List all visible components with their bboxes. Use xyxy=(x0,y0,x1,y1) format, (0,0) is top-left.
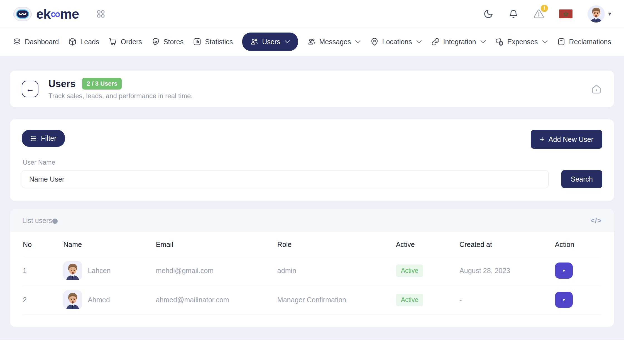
row-actions-dropdown-button[interactable]: ▾ xyxy=(555,292,573,308)
chevron-down-icon xyxy=(285,40,290,43)
caret-down-icon: ▾ xyxy=(563,268,565,274)
profile-chevron-down-icon: ▾ xyxy=(608,10,611,18)
bar-chart-icon xyxy=(193,38,201,46)
active-status-badge: Active xyxy=(396,264,424,277)
alert-count-badge: ! xyxy=(540,4,549,13)
nav-label: Users xyxy=(262,38,280,46)
coins-icon xyxy=(495,38,504,46)
caret-down-icon: ▾ xyxy=(563,297,565,303)
nav-label: Leads xyxy=(80,38,99,46)
row-no: 2 xyxy=(23,285,63,315)
card-minus-icon xyxy=(557,38,566,46)
nav-label: Expenses xyxy=(507,38,538,46)
people-icon xyxy=(307,38,316,46)
main-navigation: Dashboard Leads Orders Stores Statistics xyxy=(0,28,624,56)
layers-icon xyxy=(13,38,21,46)
nav-item-integration[interactable]: Integration xyxy=(431,38,486,46)
filter-button[interactable]: Filter xyxy=(22,130,65,147)
created-at: - xyxy=(459,285,555,315)
nav-label: Reclamations xyxy=(569,38,611,46)
map-pin-icon xyxy=(370,38,379,46)
users-table-card: List users </> No Name Email Role Active… xyxy=(10,209,614,327)
nav-label: Statistics xyxy=(205,38,233,46)
nav-item-orders[interactable]: Orders xyxy=(109,38,142,46)
back-button[interactable]: ← xyxy=(22,81,38,97)
page-header-card: ← Users 2 / 3 Users Track sales, leads, … xyxy=(10,71,614,107)
nav-label: Integration xyxy=(443,38,476,46)
page-content: ← Users 2 / 3 Users Track sales, leads, … xyxy=(0,56,624,340)
add-new-user-button[interactable]: + Add New User xyxy=(531,130,602,149)
add-new-user-label: Add New User xyxy=(549,135,593,143)
user-name-cell: Lahcen xyxy=(63,261,156,280)
nav-label: Locations xyxy=(382,38,412,46)
user-avatar xyxy=(63,290,82,309)
link-icon xyxy=(431,38,440,46)
language-flag-morocco[interactable] xyxy=(559,9,572,18)
users-count-badge: 2 / 3 Users xyxy=(82,78,122,90)
chevron-down-icon xyxy=(355,40,361,43)
nav-item-locations[interactable]: Locations xyxy=(370,38,422,46)
list-users-title: List users xyxy=(22,217,58,225)
cart-icon xyxy=(109,38,117,46)
status-dot xyxy=(52,219,58,224)
user-name: Ahmed xyxy=(88,296,110,304)
nav-item-statistics[interactable]: Statistics xyxy=(193,38,233,46)
user-role: admin xyxy=(277,256,396,285)
user-email: ahmed@mailinator.com xyxy=(156,285,277,315)
top-header-bar: ek∞me ! xyxy=(0,0,624,28)
table-row: 1 Lahcen mehdi@gmail.com admin Active xyxy=(23,256,601,285)
col-name: Name xyxy=(63,232,156,256)
store-icon xyxy=(151,38,160,46)
user-profile-menu[interactable]: ▾ xyxy=(588,5,611,23)
page-title: Users xyxy=(48,78,75,89)
user-role: Manager Confirmation xyxy=(277,285,396,315)
arrow-left-icon: ← xyxy=(26,84,34,94)
page-header-text: Users 2 / 3 Users Track sales, leads, an… xyxy=(48,78,193,100)
nav-label: Messages xyxy=(319,38,351,46)
col-active: Active xyxy=(396,232,459,256)
table-row: 2 Ahmed ahmed@mailinator.com Manager Con… xyxy=(23,285,601,315)
search-button[interactable]: Search xyxy=(561,170,602,188)
code-icon[interactable]: </> xyxy=(590,216,602,225)
list-users-header: List users </> xyxy=(10,209,614,232)
nav-item-messages[interactable]: Messages xyxy=(307,38,361,46)
plus-icon: + xyxy=(540,135,545,143)
user-name: Lahcen xyxy=(88,267,111,275)
nav-item-dashboard[interactable]: Dashboard xyxy=(13,38,59,46)
dark-mode-moon-icon[interactable] xyxy=(483,9,493,19)
col-created-at: Created at xyxy=(459,232,555,256)
user-email: mehdi@gmail.com xyxy=(156,256,277,285)
nav-item-reclamations[interactable]: Reclamations xyxy=(557,38,611,46)
row-actions-dropdown-button[interactable]: ▾ xyxy=(555,263,573,279)
user-avatar xyxy=(588,5,605,23)
users-icon xyxy=(250,38,258,46)
filter-button-label: Filter xyxy=(41,134,57,142)
nav-label: Dashboard xyxy=(25,38,59,46)
nav-item-users[interactable]: Users xyxy=(242,33,298,51)
table-header-row: No Name Email Role Active Created at Act… xyxy=(23,232,601,256)
nav-item-leads[interactable]: Leads xyxy=(68,38,99,46)
users-table: No Name Email Role Active Created at Act… xyxy=(23,232,601,315)
nav-item-expenses[interactable]: Expenses xyxy=(495,38,548,46)
apps-grid-icon[interactable] xyxy=(96,9,106,19)
notifications-bell-icon[interactable] xyxy=(508,9,518,19)
home-icon[interactable] xyxy=(591,83,602,95)
alerts-warning-icon[interactable]: ! xyxy=(534,9,544,19)
created-at: August 28, 2023 xyxy=(459,256,555,285)
page-subtitle: Track sales, leads, and performance in r… xyxy=(48,92,193,100)
chevron-down-icon xyxy=(480,40,486,43)
username-field-label: User Name xyxy=(23,159,602,166)
username-input[interactable] xyxy=(22,170,549,188)
user-avatar xyxy=(63,261,82,280)
nav-label: Stores xyxy=(163,38,183,46)
user-name-cell: Ahmed xyxy=(63,290,156,309)
col-no: No xyxy=(23,232,63,256)
col-email: Email xyxy=(156,232,277,256)
list-filter-icon xyxy=(30,135,37,142)
nav-label: Orders xyxy=(121,38,142,46)
nav-item-stores[interactable]: Stores xyxy=(151,38,183,46)
active-status-badge: Active xyxy=(396,294,424,306)
robot-logo-icon xyxy=(13,7,32,21)
filter-card: Filter + Add New User User Name Search xyxy=(10,119,614,201)
brand-logo[interactable]: ek∞me xyxy=(13,6,79,22)
